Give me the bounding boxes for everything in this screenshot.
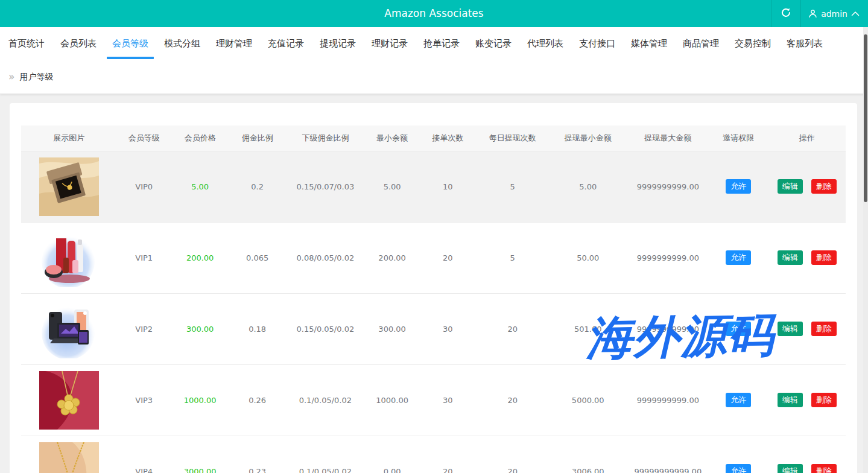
refresh-icon [781, 7, 791, 21]
double-chevron-icon: » [8, 72, 14, 82]
cell-price: 1000.00 [171, 364, 229, 436]
cell-daily-withdrawals: 5 [477, 222, 549, 293]
tab-balance-change-records[interactable]: 账变记录 [467, 27, 519, 60]
product-image-electronics [39, 300, 99, 358]
user-icon [808, 9, 817, 18]
cell-level: VIP1 [117, 222, 171, 293]
allow-button[interactable]: 允许 [726, 250, 751, 265]
breadcrumb: » 用户等级 [0, 60, 868, 94]
cell-price: 3000.00 [171, 436, 229, 473]
allow-button[interactable]: 允许 [726, 179, 751, 194]
main-nav: 首页统计 会员列表 会员等级 模式分组 理财管理 充值记录 提现记录 理财记录 … [0, 27, 868, 60]
cell-daily-withdrawals: 5 [477, 151, 549, 222]
cell-level: VIP3 [117, 364, 171, 436]
allow-button[interactable]: 允许 [726, 322, 751, 336]
cell-min-balance: 0.00 [365, 436, 419, 473]
cell-commission: 0.2 [229, 151, 285, 222]
cell-sub-commission: 0.1/0.05/0.02 [286, 364, 365, 436]
cell-commission: 0.23 [229, 436, 285, 473]
cell-daily-withdrawals: 20 [477, 364, 549, 436]
edit-button[interactable]: 编辑 [778, 464, 803, 473]
cell-orders: 20 [419, 436, 476, 473]
tab-withdraw-records[interactable]: 提现记录 [312, 27, 364, 60]
allow-button[interactable]: 允许 [726, 464, 751, 473]
tab-recharge-records[interactable]: 充值记录 [260, 27, 312, 60]
cell-min-withdraw: 50.00 [549, 222, 627, 293]
cell-sub-commission: 0.08/0.05/0.02 [286, 222, 365, 293]
cell-max-withdraw: 9999999999.00 [627, 151, 709, 222]
cell-daily-withdrawals: 20 [477, 293, 549, 364]
product-image-cosmetics [39, 229, 99, 287]
delete-button[interactable]: 删除 [811, 393, 837, 407]
tab-media-manage[interactable]: 媒体管理 [623, 27, 675, 60]
cell-min-balance: 5.00 [365, 151, 419, 222]
tab-service-list[interactable]: 客服列表 [779, 27, 831, 60]
col-header-level: 会员等级 [117, 125, 171, 151]
cell-max-withdraw: 9999999999.00 [627, 293, 709, 364]
cell-price: 300.00 [171, 293, 229, 364]
cell-max-withdraw: 9999999999.00 [627, 222, 709, 293]
cell-min-balance: 300.00 [365, 293, 419, 364]
product-image-gold-flower-pendant [39, 371, 99, 430]
cell-min-withdraw: 5.00 [549, 151, 627, 222]
delete-button[interactable]: 删除 [811, 179, 837, 194]
cell-sub-commission: 0.15/0.07/0.03 [286, 151, 365, 222]
cell-orders: 30 [419, 293, 476, 364]
col-header-min-balance: 最小余额 [365, 125, 419, 151]
tab-member-list[interactable]: 会员列表 [52, 27, 104, 60]
cell-level: VIP0 [117, 151, 171, 222]
allow-button[interactable]: 允许 [726, 393, 751, 407]
product-image-gold-necklace [39, 442, 99, 473]
page-content: 展示图片 会员等级 会员价格 佣金比例 下级佣金比例 最小余额 接单次数 每日提… [0, 94, 868, 473]
delete-button[interactable]: 删除 [811, 464, 837, 473]
cell-commission: 0.065 [229, 222, 285, 293]
delete-button[interactable]: 删除 [811, 250, 837, 265]
tab-order-grab-records[interactable]: 抢单记录 [416, 27, 467, 60]
table-row: VIP1 200.00 0.065 0.08/0.05/0.02 200.00 … [21, 222, 846, 293]
tab-trade-control[interactable]: 交易控制 [727, 27, 779, 60]
edit-button[interactable]: 编辑 [778, 179, 803, 194]
edit-button[interactable]: 编辑 [778, 393, 803, 407]
cell-commission: 0.18 [229, 293, 285, 364]
tab-mode-group[interactable]: 模式分组 [156, 27, 208, 60]
table-row: VIP0 5.00 0.2 0.15/0.07/0.03 5.00 10 5 5… [21, 151, 846, 222]
col-header-actions: 操作 [768, 125, 846, 151]
cell-min-withdraw: 3006.00 [549, 436, 627, 473]
edit-button[interactable]: 编辑 [778, 322, 803, 336]
scrollbar-thumb[interactable] [864, 34, 867, 202]
cell-level: VIP2 [117, 293, 171, 364]
delete-button[interactable]: 删除 [811, 322, 837, 336]
product-image-jewelry-box [39, 157, 99, 216]
tab-member-level[interactable]: 会员等级 [104, 27, 156, 60]
tab-finance-manage[interactable]: 理财管理 [208, 27, 260, 60]
tab-payment-interface[interactable]: 支付接口 [571, 27, 623, 60]
chevron-up-icon [851, 11, 860, 16]
table-header-row: 展示图片 会员等级 会员价格 佣金比例 下级佣金比例 最小余额 接单次数 每日提… [21, 125, 846, 151]
cell-min-balance: 200.00 [365, 222, 419, 293]
refresh-button[interactable] [771, 0, 801, 27]
cell-sub-commission: 0.15/0.05/0.02 [286, 293, 365, 364]
breadcrumb-label: 用户等级 [19, 72, 53, 83]
table-card: 展示图片 会员等级 会员价格 佣金比例 下级佣金比例 最小余额 接单次数 每日提… [10, 103, 857, 473]
col-header-invite: 邀请权限 [709, 125, 768, 151]
tab-finance-records[interactable]: 理财记录 [364, 27, 416, 60]
col-header-image: 展示图片 [21, 125, 117, 151]
user-name: admin [821, 9, 847, 19]
cell-min-withdraw: 501.00 [549, 293, 627, 364]
col-header-price: 会员价格 [171, 125, 229, 151]
table-row: VIP2 300.00 0.18 0.15/0.05/0.02 300.00 3… [21, 293, 846, 364]
cell-price: 200.00 [171, 222, 229, 293]
cell-min-withdraw: 5000.00 [549, 364, 627, 436]
tab-product-manage[interactable]: 商品管理 [675, 27, 727, 60]
app-header: Amazon Associates admin [0, 0, 868, 27]
cell-commission: 0.26 [229, 364, 285, 436]
tab-agent-list[interactable]: 代理列表 [519, 27, 571, 60]
tab-home-stats[interactable]: 首页统计 [1, 27, 52, 60]
cell-orders: 30 [419, 364, 476, 436]
col-header-daily-withdrawals: 每日提现次数 [477, 125, 549, 151]
cell-max-withdraw: 9999999999.00 [627, 364, 709, 436]
edit-button[interactable]: 编辑 [778, 250, 803, 265]
col-header-commission: 佣金比例 [229, 125, 285, 151]
col-header-orders: 接单次数 [419, 125, 476, 151]
user-menu[interactable]: admin [801, 0, 868, 27]
